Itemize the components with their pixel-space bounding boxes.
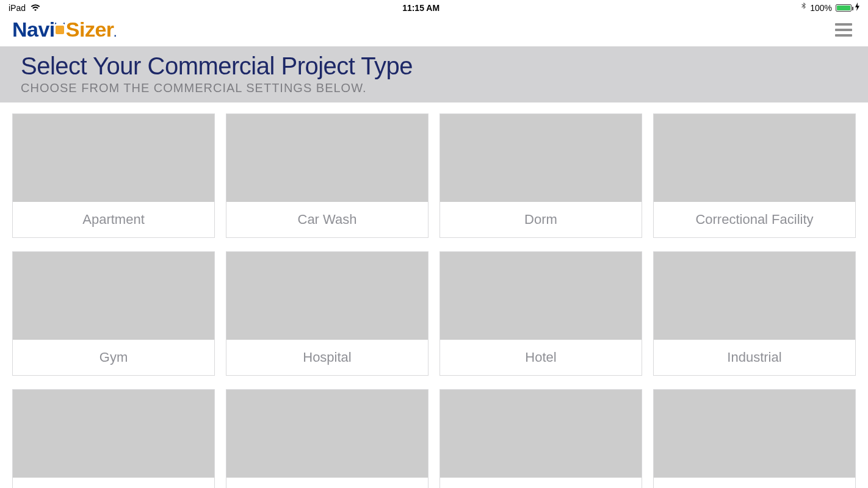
category-hotel[interactable]: Hotel <box>439 251 642 376</box>
logo-text-navi: Navi <box>12 18 55 41</box>
category-label: Gym <box>13 340 214 375</box>
category-label: Apartment <box>13 202 214 237</box>
svg-rect-0 <box>56 26 64 34</box>
logo-mark-icon <box>54 16 66 40</box>
category-restaurant[interactable]: Restaurant <box>653 389 856 488</box>
category-office[interactable]: Office <box>439 389 642 488</box>
category-grid: ApartmentCar WashDormCorrectional Facili… <box>0 102 868 488</box>
wifi-icon <box>31 4 40 12</box>
category-label: Dorm <box>440 202 642 237</box>
category-nursing-home[interactable]: Nursing Home <box>226 389 429 488</box>
category-label: Industrial <box>654 340 855 375</box>
category-label: Hotel <box>440 340 642 375</box>
category-laundry[interactable]: Laundry <box>12 389 215 488</box>
category-thumbnail <box>226 114 428 202</box>
hamburger-bar-icon <box>835 23 852 26</box>
category-gym[interactable]: Gym <box>12 251 215 376</box>
hamburger-bar-icon <box>835 34 852 37</box>
section-heading: Select Your Commercial Project Type CHOO… <box>0 46 868 102</box>
category-thumbnail <box>13 252 214 340</box>
battery-percent: 100% <box>810 3 832 13</box>
category-label: Correctional Facility <box>654 202 855 237</box>
page-title: Select Your Commercial Project Type <box>21 52 847 80</box>
bluetooth-icon <box>801 2 806 13</box>
category-car-wash[interactable]: Car Wash <box>226 113 429 238</box>
status-time: 11:15 AM <box>402 3 439 13</box>
hamburger-bar-icon <box>835 29 852 31</box>
battery-icon <box>836 4 852 12</box>
category-label: Hospital <box>226 340 428 375</box>
category-apartment[interactable]: Apartment <box>12 113 215 238</box>
category-dorm[interactable]: Dorm <box>439 113 642 238</box>
device-label: iPad <box>9 3 26 13</box>
app-logo: Navi Sizer . <box>12 18 117 41</box>
category-thumbnail <box>440 114 642 202</box>
logo-text-sizer: Sizer <box>66 18 114 41</box>
category-thumbnail <box>226 252 428 340</box>
category-thumbnail <box>440 252 642 340</box>
category-thumbnail <box>654 252 855 340</box>
category-label: Nursing Home <box>226 478 428 488</box>
category-thumbnail <box>226 390 428 478</box>
page-subtitle: CHOOSE FROM THE COMMERCIAL SETTINGS BELO… <box>21 81 847 95</box>
category-industrial[interactable]: Industrial <box>653 251 856 376</box>
category-thumbnail <box>654 390 855 478</box>
charging-icon <box>855 2 859 13</box>
app-header: Navi Sizer . <box>0 14 868 46</box>
status-left: iPad <box>9 3 40 13</box>
category-thumbnail <box>654 114 855 202</box>
category-label: Laundry <box>13 478 214 488</box>
category-thumbnail <box>440 390 642 478</box>
category-thumbnail <box>13 114 214 202</box>
category-correctional-facility[interactable]: Correctional Facility <box>653 113 856 238</box>
category-hospital[interactable]: Hospital <box>226 251 429 376</box>
status-bar: iPad 11:15 AM 100% <box>0 0 868 14</box>
menu-button[interactable] <box>831 20 856 40</box>
category-label: Office <box>440 478 642 488</box>
category-label: Car Wash <box>226 202 428 237</box>
category-label: Restaurant <box>654 478 855 488</box>
category-thumbnail <box>13 390 214 478</box>
status-right: 100% <box>801 2 859 13</box>
